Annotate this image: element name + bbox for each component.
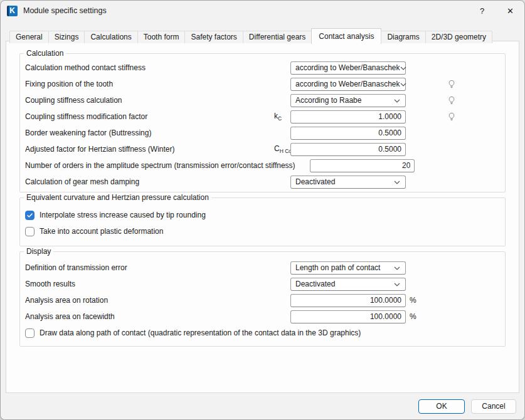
chevron-down-icon <box>394 263 400 272</box>
dialog-footer: OK Cancel <box>1 393 524 419</box>
percent-unit-label: % <box>410 296 416 305</box>
tab-contact-analysis[interactable]: Contact analysis <box>311 28 381 44</box>
display-group: Display Definition of transmission error… <box>19 251 506 347</box>
chevron-down-icon <box>394 96 400 105</box>
setting-row: Number of orders in the amplitude spectr… <box>20 157 505 174</box>
checkbox-row: Take into account plastic deformation <box>20 223 505 239</box>
tab-sizings[interactable]: Sizings <box>48 31 85 43</box>
contact-analysis-page: Calculation Calculation method contact s… <box>6 41 519 393</box>
symbol-kc: kC <box>274 112 290 122</box>
setting-row: Smooth results Deactivated <box>20 276 505 292</box>
smooth-results-select[interactable]: Deactivated <box>290 278 406 291</box>
plastic-deformation-checkbox[interactable] <box>25 227 34 236</box>
module-specific-settings-dialog: K Module specific settings ? ✕ General S… <box>0 0 525 420</box>
display-group-legend: Display <box>24 247 53 256</box>
coupling-stiffness-calc-select[interactable]: According to Raabe <box>290 94 406 107</box>
transmission-error-definition-select[interactable]: Length on path of contact <box>290 261 406 275</box>
setting-row: Coupling stiffness modification factor k… <box>20 108 505 125</box>
tab-differential-gears[interactable]: Differential gears <box>243 31 312 43</box>
setting-row: Adjusted factor for Hertzian stiffness (… <box>20 141 505 157</box>
coupling-stiffness-factor-input[interactable] <box>290 110 406 123</box>
window-title: Module specific settings <box>23 6 107 15</box>
tab-general[interactable]: General <box>9 31 49 43</box>
setting-row: Analysis area on facewidth % <box>20 308 505 325</box>
calculation-group: Calculation Calculation method contact s… <box>19 53 506 192</box>
equivalent-curvature-group: Equivalent curvature and Hertzian pressu… <box>19 197 506 246</box>
cancel-button[interactable]: Cancel <box>471 399 516 414</box>
close-icon: ✕ <box>507 6 514 16</box>
calculation-method-select[interactable]: according to Weber/Banaschek <box>290 61 406 75</box>
checkbox-row: Draw data along path of contact (quadrat… <box>20 325 505 341</box>
setting-row: Definition of transmission error Length … <box>20 260 505 276</box>
hint-bulb-icon[interactable] <box>447 112 456 121</box>
ok-button[interactable]: OK <box>418 399 465 414</box>
border-weakening-factor-input[interactable] <box>290 127 406 140</box>
percent-unit-label: % <box>410 312 416 321</box>
setting-row: Fixing position of the tooth according t… <box>20 76 505 92</box>
kisssoft-app-icon: K <box>7 6 18 16</box>
tab-diagrams[interactable]: Diagrams <box>381 31 425 43</box>
close-button[interactable]: ✕ <box>496 1 524 21</box>
fixing-position-select[interactable]: according to Weber/Banaschek <box>290 78 406 91</box>
tab-safety-factors[interactable]: Safety factors <box>184 31 243 43</box>
draw-data-path-checkbox[interactable] <box>25 328 34 338</box>
hertzian-stiffness-factor-input[interactable] <box>290 143 406 156</box>
help-button[interactable]: ? <box>468 1 496 21</box>
tab-bar: General Sizings Calculations Tooth form … <box>1 28 524 43</box>
tab-calculations[interactable]: Calculations <box>84 31 137 43</box>
hint-bulb-icon[interactable] <box>447 80 456 88</box>
chevron-down-icon <box>394 177 400 186</box>
analysis-area-facewidth-input[interactable] <box>290 310 406 323</box>
amplitude-spectrum-orders-input[interactable] <box>310 159 415 172</box>
hint-bulb-icon[interactable] <box>447 96 456 105</box>
interpolate-stress-checkbox[interactable] <box>25 211 34 220</box>
setting-row: Calculation method contact stiffness acc… <box>20 60 505 76</box>
setting-row: Coupling stiffness calculation According… <box>20 92 505 108</box>
setting-row: Border weakening factor (Buttressing) <box>20 125 505 141</box>
checkbox-row: Interpolate stress increase caused by ti… <box>20 207 505 223</box>
equivalent-curvature-group-legend: Equivalent curvature and Hertzian pressu… <box>24 193 211 202</box>
title-bar: K Module specific settings ? ✕ <box>1 1 524 21</box>
setting-row: Analysis area on rotation % <box>20 292 505 308</box>
calculation-group-legend: Calculation <box>24 49 66 58</box>
setting-row: Calculation of gear mesh damping Deactiv… <box>20 174 505 190</box>
symbol-ch-corr: CH Corr <box>274 144 290 154</box>
tab-2d3d-geometry[interactable]: 2D/3D geometry <box>425 31 492 43</box>
gear-mesh-damping-select[interactable]: Deactivated <box>290 176 406 189</box>
tab-tooth-form[interactable]: Tooth form <box>137 31 186 43</box>
analysis-area-rotation-input[interactable] <box>290 294 406 307</box>
chevron-down-icon <box>394 280 400 288</box>
chevron-down-icon <box>400 63 406 72</box>
